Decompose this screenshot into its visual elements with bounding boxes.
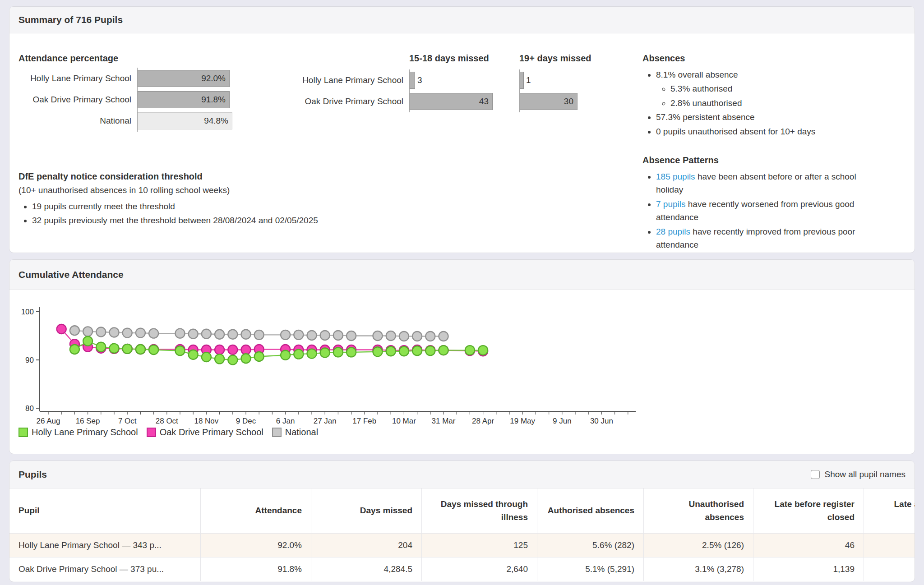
legend-label: Holly Lane Primary School bbox=[32, 427, 138, 438]
data-point-holly-lane-primary-school bbox=[215, 354, 224, 364]
column-header-late-after-register-closed: Late after register closed bbox=[864, 488, 915, 534]
pupil-stat-cell: 4,284.5 bbox=[311, 557, 422, 581]
days-missed-bar: 43 bbox=[409, 93, 493, 110]
attendance-bar-row: Holly Lane Primary School92.0% bbox=[18, 70, 232, 87]
pupil-stat-cell: 1,139 bbox=[753, 557, 864, 581]
column-header-days-missed-through-illness: Days missed through illness bbox=[422, 488, 537, 534]
absence-stat-item: 0 pupils unauthorised absent for 10+ day… bbox=[656, 125, 895, 138]
column-header-attendance: Attendance bbox=[201, 488, 311, 534]
pupil-stat-cell: 6 bbox=[864, 557, 915, 581]
data-point-holly-lane-primary-school bbox=[70, 345, 79, 354]
data-point-national bbox=[254, 330, 264, 340]
dfe-threshold-section: DfE penalty notice consideration thresho… bbox=[18, 171, 425, 228]
days-missed-15-18-cell: 3 bbox=[409, 69, 516, 91]
attendance-bar-rail: 94.8% bbox=[137, 112, 232, 129]
attendance-bar-value: 92.0% bbox=[201, 74, 226, 83]
absence-pattern-item: 28 pupils have recently improved from pr… bbox=[656, 225, 877, 252]
x-axis-tick-label: 28 Oct bbox=[156, 417, 178, 425]
absence-stat-subitem: 2.8% unauthorised bbox=[670, 97, 895, 110]
attendance-line-chart: 100908026 Aug16 Sep7 Oct28 Oct18 Nov9 De… bbox=[9, 290, 915, 425]
cumulative-attendance-chart: 100908026 Aug16 Sep7 Oct28 Oct18 Nov9 De… bbox=[9, 290, 915, 454]
pupil-count-link[interactable]: 7 pupils bbox=[656, 199, 686, 209]
legend-swatch-holly-lane-primary-school bbox=[18, 428, 28, 437]
data-point-holly-lane-primary-school bbox=[439, 345, 448, 355]
data-point-holly-lane-primary-school bbox=[478, 345, 488, 355]
absences-section: Absences 8.1% overall absence5.3% author… bbox=[642, 53, 895, 139]
days-missed-bar-value: 43 bbox=[479, 97, 489, 106]
pupil-count-link[interactable]: 28 pupils bbox=[656, 227, 690, 236]
data-point-holly-lane-primary-school bbox=[465, 345, 475, 355]
data-point-national bbox=[83, 327, 92, 336]
absence-pattern-text: have recently worsened from previous goo… bbox=[656, 199, 854, 222]
dfe-threshold-item: 19 pupils currently meet the threshold bbox=[32, 200, 425, 213]
days-missed-chart: 15-18 days missed 19+ days missed Holly … bbox=[279, 53, 655, 112]
days-missed-bar: 30 bbox=[519, 93, 578, 110]
attendance-bar: 94.8% bbox=[137, 112, 232, 129]
data-point-holly-lane-primary-school bbox=[110, 344, 119, 353]
absence-patterns-heading: Absence Patterns bbox=[642, 155, 877, 166]
data-point-national bbox=[189, 329, 198, 339]
attendance-percentage-chart: Attendance percentage Holly Lane Primary… bbox=[18, 53, 232, 134]
show-all-pupil-names-group: Show all pupil names bbox=[811, 470, 906, 479]
column-header-unauthorised-absences: Unauthorised absences bbox=[644, 488, 753, 534]
x-axis-tick-label: 9 Jun bbox=[553, 417, 572, 425]
pupil-count-link[interactable]: 185 pupils bbox=[656, 172, 695, 181]
pupil-row[interactable]: Holly Lane Primary School — 343 p...92.0… bbox=[9, 534, 915, 557]
days-missed-bar-value: 1 bbox=[526, 75, 531, 85]
data-point-holly-lane-primary-school bbox=[136, 345, 145, 354]
data-point-oak-drive-primary-school bbox=[228, 345, 237, 355]
attendance-bar: 92.0% bbox=[137, 70, 230, 87]
x-axis-tick-label: 31 Mar bbox=[432, 417, 456, 425]
data-point-holly-lane-primary-school bbox=[425, 346, 435, 355]
data-point-national bbox=[241, 330, 251, 339]
absences-heading: Absences bbox=[642, 53, 895, 64]
dfe-threshold-subheading: (10+ unauthorised absences in 10 rolling… bbox=[18, 185, 425, 195]
summary-title: Summary of 716 Pupils bbox=[18, 14, 123, 25]
x-axis-tick-label: 28 Apr bbox=[472, 417, 494, 425]
x-axis-tick-label: 27 Jan bbox=[314, 417, 337, 425]
data-point-national bbox=[346, 331, 356, 341]
data-point-holly-lane-primary-school bbox=[83, 336, 92, 346]
x-axis-tick-label: 19 May bbox=[510, 417, 535, 425]
attendance-bar-rail: 91.8% bbox=[137, 91, 230, 108]
data-point-holly-lane-primary-school bbox=[96, 342, 106, 352]
show-all-pupil-names-checkbox[interactable] bbox=[811, 470, 820, 479]
pupil-row[interactable]: Oak Drive Primary School — 373 pu...91.8… bbox=[9, 557, 915, 581]
data-point-holly-lane-primary-school bbox=[176, 346, 185, 355]
x-axis-tick-label: 30 Jun bbox=[590, 417, 613, 425]
pupil-stat-cell: 0 bbox=[864, 534, 915, 557]
days-missed-bar bbox=[409, 72, 415, 89]
data-point-holly-lane-primary-school bbox=[149, 345, 158, 355]
days-missed-15-18-cell: 43 bbox=[409, 91, 516, 112]
data-point-national bbox=[96, 327, 106, 336]
pupil-stat-cell: 3.1% (3,278) bbox=[644, 557, 753, 581]
data-point-holly-lane-primary-school bbox=[228, 355, 237, 365]
pupil-stat-cell: 46 bbox=[753, 534, 864, 557]
data-point-national bbox=[386, 331, 396, 341]
pupils-title: Pupils bbox=[18, 469, 47, 480]
x-axis-tick-label: 26 Aug bbox=[37, 417, 60, 425]
data-point-national bbox=[228, 330, 237, 339]
days-missed-bar-rail bbox=[519, 72, 524, 89]
x-axis-tick-label: 6 Jan bbox=[276, 417, 295, 425]
x-axis-tick-label: 9 Dec bbox=[236, 417, 256, 425]
pupils-table: PupilAttendanceDays missedDays missed th… bbox=[9, 488, 915, 581]
data-point-holly-lane-primary-school bbox=[202, 352, 211, 362]
data-point-holly-lane-primary-school bbox=[386, 346, 396, 356]
attendance-bar: 91.8% bbox=[137, 91, 230, 108]
dfe-threshold-item: 32 pupils previously met the threshold b… bbox=[32, 214, 425, 227]
attendance-bar-row: Oak Drive Primary School91.8% bbox=[18, 91, 232, 108]
pupil-stat-cell: 204 bbox=[311, 534, 422, 557]
pupils-panel-header: Pupils Show all pupil names bbox=[9, 461, 915, 488]
days-missed-row-label: Oak Drive Primary School bbox=[279, 91, 406, 112]
data-point-national bbox=[439, 332, 448, 341]
absence-stat-item: 57.3% persistent absence bbox=[656, 111, 895, 124]
legend-label: National bbox=[285, 427, 318, 438]
absence-pattern-item: 7 pupils have recently worsened from pre… bbox=[656, 198, 877, 224]
pupil-stat-cell: 125 bbox=[422, 534, 537, 557]
data-point-national bbox=[215, 330, 224, 339]
data-point-holly-lane-primary-school bbox=[320, 348, 330, 357]
data-point-holly-lane-primary-school bbox=[189, 350, 198, 359]
days-missed-bar-value: 30 bbox=[564, 97, 573, 106]
data-point-national bbox=[333, 331, 343, 340]
